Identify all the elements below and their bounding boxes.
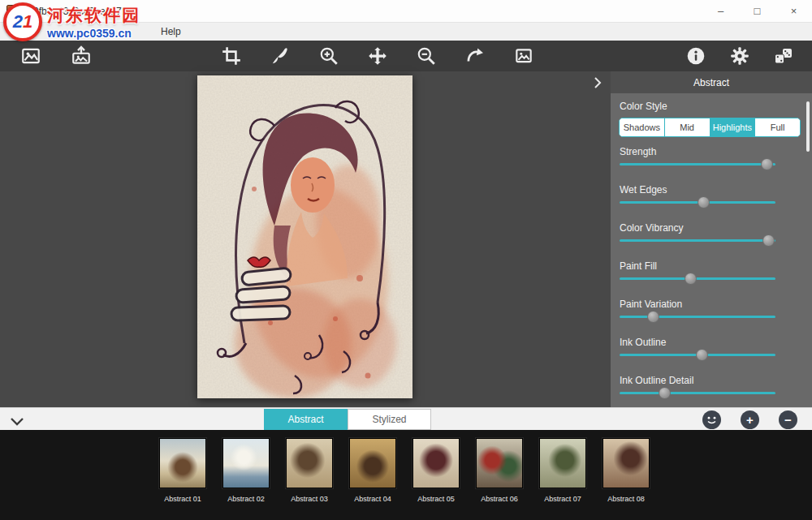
preset-thumbnail-image[interactable]: [476, 438, 523, 488]
watermark-site-url: www.pc0359.cn: [47, 27, 140, 40]
open-photo-button[interactable]: [20, 45, 41, 67]
preset-thumbnail-image[interactable]: [412, 438, 460, 488]
zoom-out-button[interactable]: [416, 45, 437, 67]
preset-abstract-05[interactable]: Abstract 05: [404, 430, 468, 520]
settings-button[interactable]: [729, 45, 750, 67]
zoom-in-button[interactable]: [318, 45, 339, 67]
watermark-logo-right: 1: [23, 11, 32, 32]
preset-abstract-04[interactable]: Abstract 04: [341, 430, 404, 520]
toolbar-center-group: [221, 41, 534, 71]
color-style-segmented-control: Shadows Mid Highlights Full: [619, 118, 801, 137]
slider-strength: Strength: [611, 146, 812, 165]
color-style-option-highlights[interactable]: Highlights: [710, 118, 755, 136]
preset-label: Abstract 07: [544, 495, 581, 503]
slider-handle[interactable]: [761, 158, 773, 170]
panel-title: Abstract: [611, 71, 812, 93]
move-icon: [367, 45, 388, 67]
preset-abstract-07[interactable]: Abstract 07: [531, 430, 594, 520]
slider-handle[interactable]: [698, 196, 710, 208]
crop-button[interactable]: [221, 45, 242, 67]
preset-abstract-08[interactable]: Abstract 08: [594, 430, 658, 520]
watermark-logo: 2 1: [3, 2, 42, 41]
preview-image[interactable]: [197, 75, 412, 398]
slider-track[interactable]: [620, 277, 775, 280]
slider-track[interactable]: [620, 392, 775, 394]
canvas-area: [0, 71, 611, 407]
tab-abstract[interactable]: Abstract: [264, 409, 348, 430]
randomize-dice-icon: [773, 45, 794, 67]
info-button[interactable]: [685, 45, 706, 67]
preset-thumbnail-tray: Abstract 01 Abstract 02 Abstract 03 Abst…: [0, 430, 812, 520]
color-style-option-mid[interactable]: Mid: [664, 118, 710, 136]
slider-label: Wet Edges: [620, 184, 812, 196]
color-style-option-full[interactable]: Full: [754, 118, 800, 136]
image-adjust-button[interactable]: [513, 45, 534, 67]
slider-handle[interactable]: [659, 387, 671, 399]
slider-handle[interactable]: [762, 234, 775, 247]
crop-icon: [221, 45, 242, 67]
slider-track[interactable]: [620, 239, 775, 242]
add-preset-button[interactable]: +: [741, 410, 759, 429]
effect-settings-panel: Abstract Color Style Shadows Mid Highlig…: [611, 71, 812, 407]
slider-wet-edges: Wet Edges: [611, 184, 812, 204]
preset-abstract-01[interactable]: Abstract 01: [151, 430, 214, 520]
open-photo-icon: [20, 45, 41, 67]
slider-color-vibrancy: Color Vibrancy: [611, 222, 812, 242]
site-watermark: 2 1 河东软件园 www.pc0359.cn: [3, 2, 140, 41]
preset-thumbnail-image[interactable]: [539, 438, 586, 488]
preset-thumbnail-image[interactable]: [286, 438, 333, 488]
smiley-button[interactable]: [702, 410, 721, 429]
preset-label: Abstract 08: [607, 495, 645, 503]
close-button[interactable]: ×: [775, 0, 812, 22]
panel-toggle-button[interactable]: [590, 75, 605, 90]
slider-label: Color Vibrancy: [620, 222, 812, 234]
toolbar-left-group: [20, 41, 92, 71]
smiley-icon: [702, 410, 721, 429]
color-style-option-shadows[interactable]: Shadows: [620, 118, 664, 136]
move-button[interactable]: [367, 45, 388, 67]
tab-stylized[interactable]: Stylized: [348, 409, 431, 430]
slider-handle[interactable]: [696, 349, 708, 361]
randomize-button[interactable]: [773, 45, 794, 67]
slider-paint-variation: Paint Variation: [611, 299, 812, 318]
slider-handle[interactable]: [647, 311, 659, 323]
slider-ink-outline-detail: Ink Outline Detail: [611, 375, 812, 394]
preset-category-tabs: Abstract Stylized: [264, 409, 431, 430]
slider-label: Ink Outline Detail: [620, 375, 812, 386]
panel-scrollbar[interactable]: [806, 101, 810, 152]
slider-label: Paint Variation: [620, 299, 812, 310]
zoom-out-icon: [416, 45, 437, 67]
app-window: f03fb3e43c8cd9ee917.jpg – □ × Help: [0, 0, 812, 520]
preset-thumbnail-image[interactable]: [603, 438, 650, 488]
color-style-label: Color Style: [620, 101, 812, 113]
zoom-in-icon: [318, 45, 339, 67]
remove-preset-button[interactable]: −: [779, 410, 797, 429]
slider-track[interactable]: [620, 201, 775, 204]
maximize-button[interactable]: □: [739, 0, 775, 22]
menu-help[interactable]: Help: [156, 26, 186, 37]
save-photo-button[interactable]: [71, 45, 92, 67]
collapse-tray-button[interactable]: [10, 415, 24, 429]
slider-handle[interactable]: [685, 273, 697, 285]
redo-button[interactable]: [464, 45, 486, 67]
slider-label: Ink Outline: [620, 337, 812, 348]
slider-track[interactable]: [620, 316, 775, 318]
slider-paint-fill: Paint Fill: [611, 260, 812, 280]
preset-abstract-03[interactable]: Abstract 03: [278, 430, 341, 520]
preset-thumbnail-image[interactable]: [159, 438, 206, 488]
watermark-logo-left: 2: [13, 11, 23, 32]
preset-abstract-02[interactable]: Abstract 02: [214, 430, 278, 520]
slider-track[interactable]: [620, 163, 775, 165]
preset-thumbnail-image[interactable]: [349, 438, 396, 488]
preset-label: Abstract 05: [417, 495, 455, 503]
preset-thumbnail-image[interactable]: [222, 438, 270, 488]
window-controls: – □ ×: [702, 0, 812, 22]
brush-button[interactable]: [270, 45, 291, 67]
slider-track[interactable]: [620, 354, 775, 356]
toolbar-right-group: [685, 41, 794, 71]
minimize-button[interactable]: –: [702, 0, 739, 22]
preset-controls: + −: [702, 410, 797, 429]
image-adjust-icon: [513, 45, 534, 67]
watermark-text: 河东软件园 www.pc0359.cn: [47, 4, 140, 40]
preset-abstract-06[interactable]: Abstract 06: [468, 430, 531, 520]
